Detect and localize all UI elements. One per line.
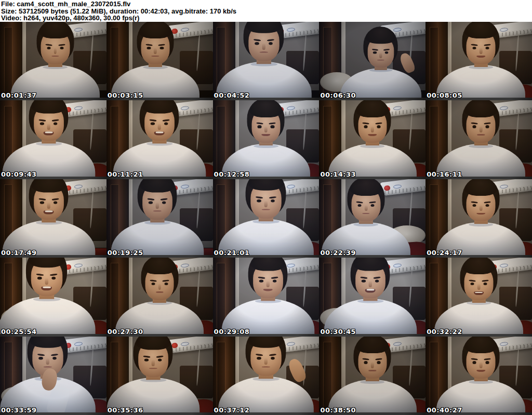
nose-shadow bbox=[264, 200, 268, 207]
nose-shadow bbox=[158, 124, 161, 130]
right-eyebrow bbox=[269, 122, 276, 125]
right-eyebrow bbox=[383, 48, 390, 50]
right-eyebrow bbox=[161, 198, 168, 200]
video-thumbnail: 00:38:50 bbox=[319, 337, 425, 415]
webcam-frame bbox=[213, 179, 320, 258]
timestamp-overlay: 00:25:54 bbox=[1, 328, 37, 336]
hair-fringe bbox=[32, 179, 66, 193]
nose-shadow bbox=[152, 359, 155, 366]
left-eye bbox=[473, 125, 476, 128]
head bbox=[354, 258, 387, 297]
video-thumbnail: 00:32:22 bbox=[425, 258, 532, 336]
video-thumbnail: 00:25:54 bbox=[0, 258, 107, 336]
nose-shadow bbox=[369, 281, 372, 287]
left-eye bbox=[144, 358, 149, 361]
nose-shadow bbox=[46, 358, 49, 365]
head bbox=[466, 340, 496, 378]
nose-shadow bbox=[154, 48, 157, 54]
hair-fringe bbox=[356, 337, 389, 353]
person bbox=[438, 337, 524, 415]
head bbox=[357, 104, 388, 142]
left-eyebrow bbox=[145, 44, 153, 46]
video-thumbnail: 00:35:36 bbox=[107, 337, 213, 415]
hair-fringe bbox=[142, 100, 177, 114]
nose-shadow bbox=[47, 202, 50, 208]
nose-shadow bbox=[365, 205, 368, 211]
left-eyebrow bbox=[38, 198, 46, 200]
timestamp-overlay: 00:40:27 bbox=[427, 406, 462, 414]
right-eye bbox=[164, 123, 168, 125]
left-eyebrow bbox=[255, 196, 263, 198]
video-thumbnail: 00:04:52 bbox=[213, 22, 320, 100]
left-eye bbox=[364, 125, 368, 128]
video-thumbnail: 00:11:21 bbox=[107, 100, 213, 179]
nose-shadow bbox=[54, 48, 57, 54]
video-thumbnail: 00:40:27 bbox=[425, 337, 532, 415]
person bbox=[326, 258, 415, 336]
left-eye bbox=[149, 201, 153, 204]
nose-shadow bbox=[262, 43, 265, 50]
right-eye bbox=[158, 358, 162, 361]
person bbox=[438, 22, 524, 100]
right-eyebrow bbox=[373, 276, 380, 279]
webcam-frame bbox=[213, 22, 320, 100]
right-eyebrow bbox=[269, 196, 277, 198]
webcam-frame bbox=[319, 337, 425, 415]
thumbnail-grid: 00:01:3700:03:1500:04:5200:06:3000:08:05… bbox=[0, 22, 532, 415]
video-thumbnail: 00:33:59 bbox=[0, 337, 107, 415]
right-eye bbox=[486, 361, 489, 364]
right-eye bbox=[377, 361, 381, 364]
head bbox=[137, 337, 169, 376]
mouth bbox=[262, 209, 270, 210]
webcam-frame bbox=[0, 179, 107, 258]
right-eyebrow bbox=[482, 279, 489, 282]
right-eye bbox=[164, 283, 168, 285]
person bbox=[113, 179, 202, 258]
mouth bbox=[44, 131, 54, 135]
head bbox=[351, 182, 381, 221]
timestamp-overlay: 00:01:37 bbox=[1, 91, 37, 99]
head bbox=[144, 261, 175, 300]
left-eye bbox=[151, 123, 155, 125]
left-eye bbox=[473, 204, 476, 207]
right-eyebrow bbox=[369, 201, 376, 204]
webcam-frame bbox=[213, 258, 320, 336]
webcam-frame bbox=[425, 22, 532, 100]
webcam-frame bbox=[0, 100, 107, 179]
timestamp-overlay: 00:24:17 bbox=[427, 249, 462, 257]
person bbox=[223, 100, 309, 179]
webcam-frame bbox=[107, 258, 213, 336]
video-thumbnail: 00:08:05 bbox=[425, 22, 532, 100]
person bbox=[342, 29, 420, 101]
nose-shadow bbox=[371, 126, 374, 132]
left-eye bbox=[362, 279, 366, 282]
left-eye bbox=[473, 361, 476, 364]
video-thumbnail: 00:27:30 bbox=[107, 258, 213, 336]
head bbox=[140, 25, 171, 63]
right-eyebrow bbox=[375, 358, 382, 360]
hair-fringe bbox=[464, 180, 497, 196]
nose-shadow bbox=[477, 284, 481, 290]
head bbox=[249, 337, 283, 375]
timestamp-overlay: 00:17:49 bbox=[1, 249, 37, 257]
webcam-frame bbox=[425, 179, 532, 258]
mouth bbox=[51, 56, 59, 57]
left-eyebrow bbox=[471, 44, 478, 46]
right-eye bbox=[375, 279, 379, 282]
person bbox=[330, 337, 415, 415]
person bbox=[109, 337, 198, 415]
webcam-frame bbox=[425, 337, 532, 415]
timestamp-overlay: 00:09:43 bbox=[1, 170, 37, 178]
head bbox=[40, 25, 71, 63]
left-eye bbox=[470, 283, 474, 285]
webcam-frame bbox=[425, 258, 532, 336]
timestamp-overlay: 00:35:36 bbox=[108, 406, 143, 414]
right-eyebrow bbox=[52, 119, 59, 122]
left-eye bbox=[151, 283, 155, 285]
hair-fringe bbox=[353, 258, 388, 271]
nose-shadow bbox=[264, 126, 268, 132]
left-eyebrow bbox=[38, 119, 46, 122]
mouth bbox=[476, 213, 485, 215]
right-eye bbox=[486, 125, 489, 128]
left-eyebrow bbox=[258, 276, 265, 279]
